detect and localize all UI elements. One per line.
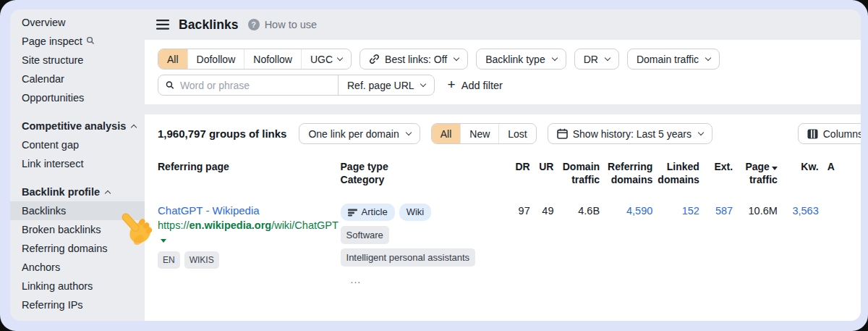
chevron-down-icon xyxy=(405,130,411,135)
sidebar-section-backlink-profile[interactable]: Backlink profile xyxy=(10,183,145,201)
page-traffic-value: 10.6M xyxy=(733,204,778,218)
dr-value: 97 xyxy=(487,204,530,218)
linked-domains-link[interactable]: 152 xyxy=(652,204,699,218)
sort-desc-icon xyxy=(772,167,778,170)
search-icon xyxy=(166,80,174,90)
kw-link[interactable]: 3,563 xyxy=(778,204,819,218)
segment-dofollow[interactable]: Dofollow xyxy=(187,49,244,69)
sidebar-item-content-gap[interactable]: Content gap xyxy=(10,135,145,154)
ext-link[interactable]: 587 xyxy=(699,204,733,218)
page-type-badge: Wiki xyxy=(399,204,432,221)
search-input[interactable] xyxy=(180,80,331,91)
sidebar-item-broken-backlinks[interactable]: Broken backlinks xyxy=(10,220,145,239)
chevron-down-icon xyxy=(705,55,711,61)
domain-traffic-value: 4.6B xyxy=(553,204,600,218)
table-header: Referring page Page type Category DR UR … xyxy=(145,144,861,186)
calendar-icon xyxy=(557,128,568,139)
page-title: Backlinks xyxy=(179,17,239,33)
columns-button[interactable]: Columns xyxy=(798,123,861,144)
status-segmented-control: All New Lost xyxy=(431,123,537,144)
how-to-use-link[interactable]: ? How to use xyxy=(248,19,318,30)
segment-all[interactable]: All xyxy=(158,49,187,69)
app-window: Overview Page inspect Site structure Cal… xyxy=(10,9,861,321)
dr-filter-button[interactable]: DR xyxy=(574,49,619,70)
url-expand-icon[interactable] xyxy=(161,239,166,243)
col-linked-domains[interactable]: Linked domains xyxy=(652,160,699,186)
best-links-button[interactable]: Best links: Off xyxy=(359,49,468,70)
screenshot-frame: Overview Page inspect Site structure Cal… xyxy=(0,0,868,331)
sidebar-item-page-inspect[interactable]: Page inspect xyxy=(10,32,145,51)
chevron-down-icon xyxy=(337,55,343,61)
table-row: ChatGPT - Wikipedia https://en.wikipedia… xyxy=(145,186,861,287)
link-mode-dropdown[interactable]: One link per domain xyxy=(299,123,420,144)
segment-status-lost[interactable]: Lost xyxy=(498,124,535,143)
chevron-down-icon xyxy=(698,130,704,135)
follow-segmented-control: All Dofollow Nofollow UGC xyxy=(158,49,352,70)
plus-icon: + xyxy=(448,77,456,91)
segment-status-new[interactable]: New xyxy=(460,124,498,143)
tag-badge: WIKIS xyxy=(184,251,219,269)
category-badge: Intelligent personal assistants xyxy=(341,248,476,267)
sidebar-item-site-structure[interactable]: Site structure xyxy=(10,51,145,70)
chevron-up-icon xyxy=(131,125,137,130)
filters-panel: All Dofollow Nofollow UGC Best links: Of… xyxy=(145,40,861,104)
question-mark-icon: ? xyxy=(248,19,260,30)
sidebar-section-competitive-analysis[interactable]: Competitive analysis xyxy=(10,117,145,135)
chevron-down-icon xyxy=(420,81,425,87)
sidebar-item-opportunities[interactable]: Opportunities xyxy=(10,88,145,107)
col-ext[interactable]: Ext. xyxy=(699,160,733,173)
col-page-traffic[interactable]: Pagetraffic xyxy=(733,160,778,186)
menu-button[interactable] xyxy=(156,20,169,30)
col-anchor-clipped[interactable]: A xyxy=(819,160,861,173)
add-filter-button[interactable]: + Add filter xyxy=(448,79,503,91)
segment-ugc[interactable]: UGC xyxy=(301,49,351,69)
sidebar-item-backlinks[interactable]: Backlinks xyxy=(10,201,145,220)
sidebar-item-linking-authors[interactable]: Linking authors xyxy=(10,277,145,296)
sidebar-item-anchors[interactable]: Anchors xyxy=(10,258,145,277)
chevron-down-icon xyxy=(454,55,459,61)
more-ellipsis[interactable]: ... xyxy=(351,272,487,287)
referring-page-link[interactable]: ChatGPT - Wikipedia xyxy=(158,204,341,218)
ur-value: 49 xyxy=(530,204,554,218)
category-badge: Software xyxy=(341,226,389,244)
columns-icon xyxy=(807,129,818,139)
show-history-button[interactable]: Show history: Last 5 years xyxy=(548,123,712,144)
sidebar-item-referring-ips[interactable]: Referring IPs xyxy=(10,296,145,314)
sidebar-item-referring-domains[interactable]: Referring domains xyxy=(10,239,145,258)
ref-page-url-dropdown[interactable]: Ref. page URL xyxy=(338,75,434,95)
hamburger-icon xyxy=(156,20,169,30)
results-panel: 1,960,797 groups of links One link per d… xyxy=(145,114,861,321)
link-icon xyxy=(369,54,380,64)
sidebar-item-calendar[interactable]: Calendar xyxy=(10,70,145,88)
backlink-type-button[interactable]: Backlink type xyxy=(476,49,566,70)
chevron-down-icon xyxy=(551,55,557,61)
referring-domains-link[interactable]: 4,590 xyxy=(600,204,652,218)
results-count: 1,960,797 groups of links xyxy=(158,127,286,140)
results-toolbar: 1,960,797 groups of links One link per d… xyxy=(145,114,861,144)
col-ur[interactable]: UR xyxy=(530,160,554,173)
col-domain-traffic[interactable]: Domain traffic xyxy=(553,160,600,186)
col-referring-domains[interactable]: Referring domains xyxy=(600,160,652,186)
referring-page-cell: ChatGPT - Wikipedia https://en.wikipedia… xyxy=(158,204,341,269)
col-dr[interactable]: DR xyxy=(487,160,530,173)
page-type-cell: Article Wiki Software Intelligent person… xyxy=(341,204,487,287)
chevron-down-icon xyxy=(605,55,610,61)
tag-badge: EN xyxy=(158,251,180,269)
col-page-type-category[interactable]: Page type Category xyxy=(341,160,487,186)
topbar: Backlinks ? How to use xyxy=(145,9,861,40)
segment-nofollow[interactable]: Nofollow xyxy=(244,49,301,69)
word-or-phrase-filter: Ref. page URL xyxy=(158,75,435,96)
referring-page-url[interactable]: https://en.wikipedia.org/wiki/ChatGPT xyxy=(158,219,341,246)
domain-traffic-filter-button[interactable]: Domain traffic xyxy=(627,49,720,70)
segment-status-all[interactable]: All xyxy=(432,124,461,143)
chevron-up-icon xyxy=(105,190,111,196)
search-icon xyxy=(86,32,95,51)
col-kw[interactable]: Kw. xyxy=(778,160,819,173)
sidebar-item-link-intersect[interactable]: Link intersect xyxy=(10,154,145,173)
sidebar-item-overview[interactable]: Overview xyxy=(10,13,145,32)
page-type-badge: Article xyxy=(341,204,395,221)
sidebar: Overview Page inspect Site structure Cal… xyxy=(10,9,145,321)
article-icon xyxy=(348,209,357,217)
col-referring-page[interactable]: Referring page xyxy=(158,160,341,173)
